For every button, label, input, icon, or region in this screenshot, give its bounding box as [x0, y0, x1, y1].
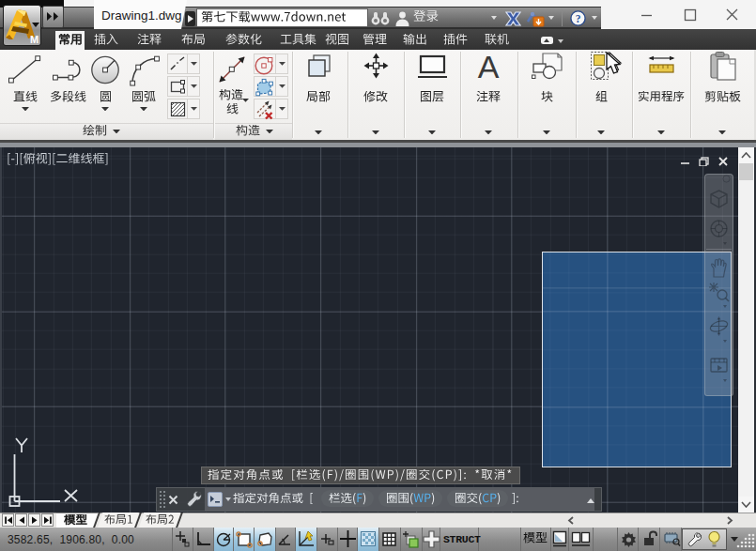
- svg-text:?: ?: [576, 13, 581, 24]
- svg-text:A: A: [478, 53, 500, 79]
